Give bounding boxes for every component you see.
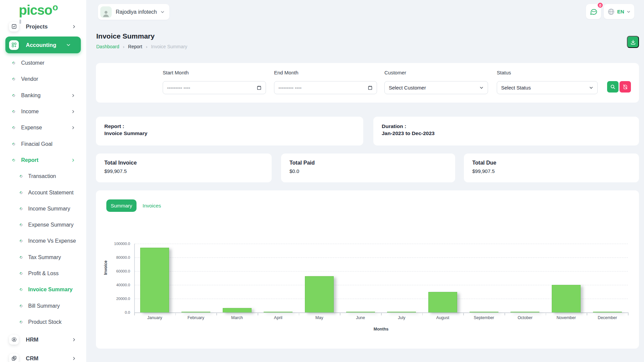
sidebar-report-item-invoice-summary[interactable]: Invoice Summary [0, 282, 86, 298]
sidebar-item-projects[interactable]: Projects [0, 19, 86, 34]
bullet-icon [12, 61, 15, 65]
total-label: Total Due [472, 160, 496, 166]
sidebar-item-label: Income Vs Expense [28, 238, 76, 244]
start-month-input[interactable]: --------- ---- [163, 81, 266, 94]
chart-bar-may[interactable] [305, 276, 334, 312]
chart-x-tick [546, 312, 546, 315]
chart-x-tick [299, 312, 300, 315]
tab-invoices[interactable]: Invoices [143, 199, 161, 212]
sidebar-report-item-product-stock[interactable]: Product Stock [0, 314, 86, 330]
chart-bar-july[interactable] [387, 312, 416, 312]
chart-bar-february[interactable] [181, 312, 210, 312]
bullet-icon [19, 320, 23, 324]
chart-gridline [135, 257, 628, 258]
sidebar-item-label: CRM [26, 355, 39, 362]
apply-filter-button[interactable] [607, 81, 619, 93]
customer-label: Customer [384, 70, 406, 75]
bullet-icon [12, 142, 15, 146]
chart-bar-september[interactable] [470, 312, 498, 312]
chart-y-tick-label: 40000.0 [93, 283, 130, 287]
chart-y-tick-label: 60000.0 [93, 269, 130, 273]
calendar-icon[interactable] [257, 85, 262, 90]
sidebar-item-banking[interactable]: Banking [0, 87, 86, 104]
end-month-input[interactable]: --------- ---- [274, 81, 377, 94]
download-icon [630, 39, 636, 45]
chart-bar-august[interactable] [428, 292, 457, 313]
sidebar-report-item-tax-summary[interactable]: Tax Summary [0, 249, 86, 265]
chart-card: Summary Invoices Invoice 0.020000.040000… [96, 190, 639, 349]
chart-bar-november[interactable] [552, 285, 581, 312]
sidebar-report-item-account-statement[interactable]: Account Statement [0, 184, 86, 200]
sidebar-item-crm[interactable]: CRM [0, 350, 86, 362]
sidebar-item-accounting[interactable]: Accounting [5, 37, 81, 53]
total-value: $0.0 [289, 168, 299, 174]
chart-bar-june[interactable] [346, 312, 375, 312]
total-card-total-invoice: Total Invoice$99,907.5 [96, 154, 272, 182]
reset-filter-button[interactable] [620, 81, 631, 93]
chart-x-tick-label: February [175, 315, 217, 320]
chart-x-tick-label: May [299, 315, 340, 320]
sidebar-report-item-expense-summary[interactable]: Expense Summary [0, 217, 86, 233]
chart-y-tick-label: 0.0 [93, 310, 130, 314]
status-select[interactable]: Select Status [497, 81, 598, 94]
chart-x-tick [340, 312, 340, 315]
sidebar-item-label: Banking [21, 93, 41, 99]
sidebar-item-income[interactable]: Income [0, 104, 86, 120]
customer-select[interactable]: Select Customer [384, 81, 488, 94]
chart-x-tick [134, 312, 135, 315]
customer-field: Customer Select Customer [384, 63, 488, 103]
sidebar-item-label: Accounting [26, 42, 56, 48]
chart-bar-october[interactable] [511, 312, 539, 312]
bullet-icon [19, 223, 23, 227]
sidebar-item-expense[interactable]: Expense [0, 120, 86, 136]
chart-bar-march[interactable] [223, 308, 252, 312]
company-name: Rajodiya infotech [116, 9, 157, 15]
language-selector[interactable]: EN [604, 4, 634, 19]
breadcrumb-item[interactable]: Report [128, 44, 142, 49]
chevron-down-icon [589, 85, 593, 90]
download-button[interactable] [627, 36, 639, 48]
chart-bar-april[interactable] [264, 312, 292, 312]
calendar-icon[interactable] [368, 85, 373, 90]
duration-card: Duration : Jan-2023 to Dec-2023 [373, 117, 639, 145]
sidebar-report-item-transaction[interactable]: Transaction [0, 168, 86, 184]
bullet-icon [12, 158, 15, 162]
chart-bar-january[interactable] [140, 248, 169, 312]
breadcrumb-item[interactable]: Dashboard [96, 44, 119, 49]
breadcrumb-separator: › [123, 44, 124, 49]
sidebar-item-label: Account Statement [28, 190, 73, 196]
sidebar-report-item-profit-loss[interactable]: Profit & Loss [0, 265, 86, 282]
end-month-value: --------- ---- [278, 85, 302, 90]
status-selected-value: Select Status [501, 85, 531, 90]
chart-x-tick [258, 312, 258, 315]
status-label: Status [497, 70, 511, 75]
sidebar-report-item-income-vs-expense[interactable]: Income Vs Expense [0, 233, 86, 249]
sidebar-item-label: Transaction [28, 173, 56, 179]
chart-x-tick-label: August [422, 315, 464, 320]
total-card-total-due: Total Due$99,907.5 [464, 154, 639, 182]
chart-x-tick-label: March [216, 315, 258, 320]
total-card-total-paid: Total Paid$0.0 [281, 154, 455, 182]
sidebar-item-report[interactable]: Report [0, 152, 86, 168]
sidebar-item-hrm[interactable]: HRM [0, 331, 86, 348]
tab-summary[interactable]: Summary [106, 199, 137, 212]
brand-logo-sup: o [52, 2, 58, 12]
hrm-icon [9, 335, 19, 345]
sidebar-item-finacial-goal[interactable]: Finacial Goal [0, 136, 86, 152]
chevron-right-icon [71, 94, 75, 98]
chart-bar-december[interactable] [593, 312, 622, 312]
sidebar-item-label: Income [21, 109, 39, 115]
sidebar-item-customer[interactable]: Customer [0, 55, 86, 71]
crm-icon [9, 354, 19, 362]
sidebar-item-label: Tax Summary [28, 254, 61, 260]
brand-logo[interactable]: picsoo [19, 3, 57, 18]
sidebar-report-item-bill-summary[interactable]: Bill Summary [0, 298, 86, 314]
sidebar-report-item-income-summary[interactable]: Income Summary [0, 201, 86, 217]
messages-button[interactable]: 0 [586, 4, 601, 19]
bullet-icon [12, 77, 15, 81]
customer-selected-value: Select Customer [389, 85, 426, 90]
sidebar-item-label: Profit & Loss [28, 270, 59, 277]
sidebar-item-label: Customer [21, 60, 44, 66]
sidebar-item-vendor[interactable]: Vendor [0, 71, 86, 87]
workspace-switcher[interactable]: Rajodiya infotech [98, 4, 169, 20]
